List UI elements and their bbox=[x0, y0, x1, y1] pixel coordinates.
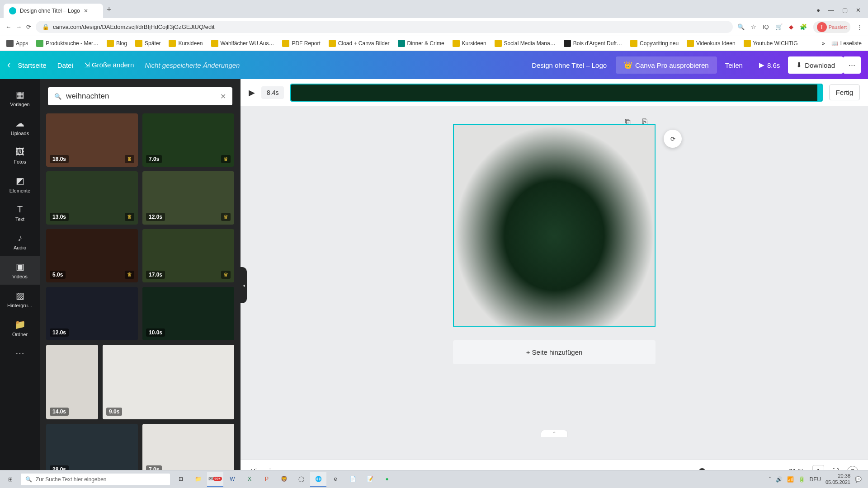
reload-icon[interactable]: ⟳ bbox=[26, 23, 31, 30]
rail-text[interactable]: TText bbox=[0, 199, 40, 227]
browser-tab[interactable]: Design ohne Titel – Logo ✕ bbox=[4, 4, 103, 18]
forward-icon[interactable]: → bbox=[16, 23, 22, 30]
video-result-thumb[interactable]: 9.0s bbox=[103, 345, 234, 419]
add-page-button[interactable]: + Seite hinzufügen bbox=[453, 340, 656, 364]
search-box[interactable]: 🔍 ✕ bbox=[48, 87, 232, 105]
rail-videos[interactable]: ▣Videos bbox=[0, 256, 40, 285]
rail-uploads[interactable]: ☁Uploads bbox=[0, 113, 40, 141]
bookmarks-overflow-icon[interactable]: » bbox=[822, 40, 825, 47]
document-title[interactable]: Design ohne Titel – Logo bbox=[532, 61, 607, 69]
refresh-element-button[interactable]: ⟳ bbox=[664, 130, 682, 148]
video-result-thumb[interactable]: 18.0s♛ bbox=[46, 113, 138, 167]
video-result-thumb[interactable]: 10.0s bbox=[142, 287, 234, 340]
video-result-thumb[interactable]: 14.0s bbox=[46, 345, 98, 419]
account-dot-icon[interactable]: ● bbox=[816, 7, 820, 14]
zoom-lens-icon[interactable]: 🔍 bbox=[737, 23, 745, 30]
taskbar-search[interactable]: 🔍Zur Suche Text hier eingeben bbox=[21, 474, 170, 485]
share-button[interactable]: Teilen bbox=[717, 57, 751, 74]
header-back-icon[interactable]: ‹ bbox=[7, 59, 10, 71]
rail-folders[interactable]: 📁Ordner bbox=[0, 314, 40, 343]
notes-handle[interactable]: ⌃ bbox=[541, 430, 568, 437]
bookmark-item[interactable]: Kursideen bbox=[169, 40, 203, 47]
bookmark-item[interactable]: Bois d'Argent Duft… bbox=[564, 40, 622, 47]
home-link[interactable]: Startseite bbox=[18, 61, 46, 69]
done-button[interactable]: Fertig bbox=[829, 84, 860, 100]
iq-icon[interactable]: IQ bbox=[763, 23, 769, 30]
video-result-thumb[interactable]: 12.0s♛ bbox=[142, 171, 234, 225]
start-button[interactable]: ⊞ bbox=[3, 472, 18, 487]
reader-icon[interactable]: 📄 bbox=[344, 472, 361, 487]
search-input[interactable] bbox=[66, 92, 216, 101]
bookmark-item[interactable]: Blog bbox=[107, 40, 127, 47]
obs-icon[interactable]: ◯ bbox=[293, 472, 309, 487]
notepad-icon[interactable]: 📝 bbox=[362, 472, 378, 487]
present-button[interactable]: ▶8.6s bbox=[751, 56, 788, 74]
star-icon[interactable]: ☆ bbox=[751, 23, 756, 30]
rail-elements[interactable]: ◩Elemente bbox=[0, 170, 40, 199]
tray-chevron-icon[interactable]: ˄ bbox=[769, 476, 771, 483]
clear-search-icon[interactable]: ✕ bbox=[220, 92, 226, 101]
tray-volume-icon[interactable]: 🔊 bbox=[776, 476, 783, 483]
tray-notifications-icon[interactable]: 💬 bbox=[855, 476, 862, 483]
rail-templates[interactable]: ▦Vorlagen bbox=[0, 84, 40, 113]
bookmark-item[interactable]: Youtube WICHTIG bbox=[744, 40, 798, 47]
bookmark-item[interactable]: Social Media Mana… bbox=[495, 40, 556, 47]
tray-battery-icon[interactable]: 🔋 bbox=[798, 476, 805, 483]
bookmark-item[interactable]: Cload + Canva Bilder bbox=[329, 40, 390, 47]
timeline-clip[interactable] bbox=[290, 84, 822, 102]
url-input[interactable]: 🔒 canva.com/design/DAEdomzscjl/drBfjHdCo… bbox=[36, 21, 733, 33]
new-tab-button[interactable]: + bbox=[103, 1, 115, 18]
video-result-thumb[interactable]: 13.0s♛ bbox=[46, 171, 138, 225]
explorer-icon[interactable]: 📁 bbox=[190, 472, 206, 487]
mail-icon[interactable]: ✉99+ bbox=[207, 472, 223, 487]
bookmark-item[interactable]: Copywriting neu bbox=[630, 40, 679, 47]
sync-pause-badge[interactable]: T Pausiert bbox=[813, 21, 850, 33]
bookmark-item[interactable]: Videokurs Ideen bbox=[687, 40, 736, 47]
more-menu-button[interactable]: ⋯ bbox=[843, 56, 861, 74]
tray-wifi-icon[interactable]: 📶 bbox=[787, 476, 794, 483]
bookmark-item[interactable]: Später bbox=[135, 40, 160, 47]
close-window-icon[interactable]: ✕ bbox=[856, 7, 861, 14]
brave-icon[interactable]: 🦁 bbox=[276, 472, 292, 487]
bookmark-item[interactable]: Kursideen bbox=[453, 40, 486, 47]
timeline-trim-handle[interactable] bbox=[817, 84, 822, 101]
spotify-icon[interactable]: ● bbox=[379, 472, 395, 487]
minimize-icon[interactable]: — bbox=[828, 7, 834, 14]
reading-list-button[interactable]: 📖Leseliste bbox=[831, 40, 862, 47]
editor-viewport[interactable]: ⧉ ⎘ ⟳ + Seite hinzufügen ⌃ bbox=[241, 106, 868, 460]
resize-button[interactable]: ⇲ Größe ändern bbox=[84, 61, 134, 69]
powerpoint-icon[interactable]: P bbox=[259, 472, 275, 487]
rail-more[interactable]: ⋯ bbox=[0, 343, 40, 364]
rail-background[interactable]: ▨Hintergru… bbox=[0, 285, 40, 314]
bookmark-item[interactable]: PDF Report bbox=[282, 40, 320, 47]
video-result-thumb[interactable]: 7.0s♛ bbox=[142, 113, 234, 167]
apps-shortcut[interactable]: Apps bbox=[6, 40, 28, 47]
tray-clock[interactable]: 20:3805.05.2021 bbox=[826, 473, 850, 485]
video-result-thumb[interactable]: 12.0s bbox=[46, 287, 138, 340]
back-icon[interactable]: ← bbox=[5, 23, 11, 30]
video-result-thumb[interactable]: 5.0s♛ bbox=[46, 229, 138, 282]
video-result-thumb[interactable]: 17.0s♛ bbox=[142, 229, 234, 282]
file-menu[interactable]: Datei bbox=[57, 61, 73, 69]
bookmark-item[interactable]: Wahlfächer WU Aus… bbox=[211, 40, 274, 47]
try-pro-button[interactable]: 👑Canva Pro ausprobieren bbox=[616, 56, 717, 74]
chrome-icon[interactable]: 🌐 bbox=[310, 472, 326, 487]
excel-icon[interactable]: X bbox=[241, 472, 258, 487]
close-tab-icon[interactable]: ✕ bbox=[84, 8, 88, 14]
extensions-icon[interactable]: 🧩 bbox=[800, 23, 807, 30]
video-result-thumb[interactable]: 7.0s bbox=[142, 424, 234, 477]
rail-photos[interactable]: 🖼Fotos bbox=[0, 141, 40, 170]
extension-abp-icon[interactable]: ◆ bbox=[789, 23, 793, 30]
extension-cart-icon[interactable]: 🛒 bbox=[775, 23, 783, 30]
kebab-menu-icon[interactable]: ⋮ bbox=[857, 23, 863, 30]
download-button[interactable]: ⬇Download bbox=[788, 56, 843, 74]
video-result-thumb[interactable]: 28.0s bbox=[46, 424, 138, 477]
rail-audio[interactable]: ♪Audio bbox=[0, 227, 40, 256]
word-icon[interactable]: W bbox=[224, 472, 241, 487]
tray-language[interactable]: DEU bbox=[810, 476, 821, 483]
maximize-icon[interactable]: ▢ bbox=[842, 7, 848, 14]
edge-icon[interactable]: e bbox=[327, 472, 344, 487]
timeline-play-icon[interactable]: ▶ bbox=[249, 88, 255, 98]
design-canvas[interactable]: ⟳ bbox=[453, 124, 656, 327]
bookmark-item[interactable]: Dinner & Crime bbox=[398, 40, 444, 47]
